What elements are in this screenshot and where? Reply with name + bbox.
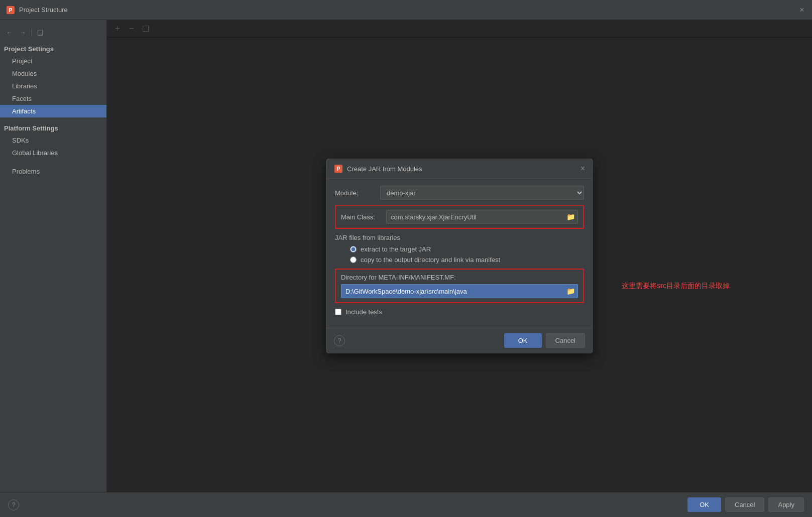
radio-extract-input[interactable] bbox=[350, 246, 357, 252]
cancel-button[interactable]: Cancel bbox=[725, 497, 764, 512]
sidebar-item-artifacts[interactable]: Artifacts bbox=[0, 105, 106, 117]
module-label: Module: bbox=[335, 189, 380, 197]
dir-label: Directory for META-INF/MANIFEST.MF: bbox=[341, 274, 578, 281]
create-jar-dialog: P Create JAR from Modules × Module: demo… bbox=[326, 159, 593, 353]
radio-extract-label: extract to the target JAR bbox=[361, 245, 431, 253]
sidebar-item-libraries[interactable]: Libraries bbox=[0, 80, 106, 92]
include-tests-label: Include tests bbox=[345, 308, 382, 316]
nav-back-button[interactable]: ← bbox=[4, 27, 15, 38]
main-layout: ← → ❑ Project Settings Project Modules L… bbox=[0, 20, 812, 492]
radio-copy-input[interactable] bbox=[350, 256, 357, 263]
dialog-body: Module: demo-xjar Main Class: bbox=[327, 179, 592, 328]
sidebar-item-global-libraries[interactable]: Global Libraries bbox=[0, 147, 106, 159]
module-select[interactable]: demo-xjar bbox=[380, 186, 584, 200]
radio-extract-item: extract to the target JAR bbox=[350, 245, 584, 253]
sidebar-item-modules[interactable]: Modules bbox=[0, 67, 106, 80]
include-tests-row: Include tests bbox=[335, 308, 584, 316]
apply-button[interactable]: Apply bbox=[768, 497, 804, 512]
bottom-actions: OK Cancel Apply bbox=[687, 497, 804, 512]
sidebar: ← → ❑ Project Settings Project Modules L… bbox=[0, 20, 107, 492]
project-settings-header: Project Settings bbox=[0, 42, 106, 55]
nav-forward-button[interactable]: → bbox=[17, 27, 28, 38]
include-tests-checkbox[interactable] bbox=[335, 309, 341, 315]
main-class-input[interactable] bbox=[386, 210, 578, 224]
modal-overlay: P Create JAR from Modules × Module: demo… bbox=[107, 20, 812, 492]
main-class-browse-button[interactable]: 📁 bbox=[564, 212, 577, 222]
dialog-title: Create JAR from Modules bbox=[347, 165, 422, 173]
dir-section: Directory for META-INF/MANIFEST.MF: 📁 bbox=[335, 269, 584, 303]
dialog-footer-actions: OK Cancel bbox=[504, 333, 585, 348]
dir-section-wrapper: Directory for META-INF/MANIFEST.MF: 📁 这里… bbox=[335, 269, 584, 303]
app-icon: P bbox=[6, 6, 15, 15]
radio-copy-item: copy to the output directory and link vi… bbox=[350, 256, 584, 264]
main-class-section: Main Class: 📁 bbox=[335, 205, 584, 229]
jar-files-label: JAR files from libraries bbox=[335, 234, 584, 241]
bottom-help-button[interactable]: ? bbox=[8, 499, 19, 510]
dir-input[interactable] bbox=[341, 284, 578, 298]
problems-section: Problems bbox=[0, 165, 106, 178]
nav-copy-button[interactable]: ❑ bbox=[35, 27, 46, 38]
annotation-text: 这里需要将src目录后面的目录取掉 bbox=[622, 282, 730, 291]
dialog-header: P Create JAR from Modules × bbox=[327, 159, 592, 179]
ok-button[interactable]: OK bbox=[687, 497, 721, 512]
platform-settings-section: Platform Settings SDKs Global Libraries bbox=[0, 121, 106, 159]
radio-copy-label: copy to the output directory and link vi… bbox=[361, 256, 500, 264]
dir-browse-button[interactable]: 📁 bbox=[564, 286, 577, 296]
content-area: + − ❑ Nothing to show P Create JAR from … bbox=[107, 20, 812, 492]
dialog-close-button[interactable]: × bbox=[581, 165, 585, 173]
dialog-cancel-button[interactable]: Cancel bbox=[546, 333, 585, 348]
module-select-wrapper: demo-xjar bbox=[380, 186, 584, 200]
dialog-icon: P bbox=[334, 164, 343, 173]
nav-toolbar: ← → ❑ bbox=[0, 25, 106, 40]
svg-text:P: P bbox=[337, 166, 340, 172]
main-class-row: Main Class: 📁 bbox=[341, 210, 578, 224]
dialog-help-button[interactable]: ? bbox=[334, 335, 345, 346]
sidebar-item-facets[interactable]: Facets bbox=[0, 92, 106, 105]
svg-text:P: P bbox=[9, 8, 13, 13]
dialog-footer: ? OK Cancel bbox=[327, 328, 592, 353]
title-bar: P Project Structure × bbox=[0, 0, 812, 20]
main-class-label: Main Class: bbox=[341, 213, 386, 221]
sidebar-item-project[interactable]: Project bbox=[0, 55, 106, 67]
window-title: Project Structure bbox=[19, 6, 68, 14]
sidebar-item-sdks[interactable]: SDKs bbox=[0, 134, 106, 147]
module-row: Module: demo-xjar bbox=[335, 186, 584, 200]
radio-group: extract to the target JAR copy to the ou… bbox=[335, 245, 584, 264]
window-close-button[interactable]: × bbox=[798, 6, 806, 14]
bottom-bar: ? OK Cancel Apply bbox=[0, 492, 812, 517]
dialog-ok-button[interactable]: OK bbox=[504, 333, 542, 348]
platform-settings-header: Platform Settings bbox=[0, 121, 106, 134]
toolbar-separator bbox=[31, 29, 32, 37]
main-class-input-wrapper: 📁 bbox=[386, 210, 578, 224]
sidebar-item-problems[interactable]: Problems bbox=[0, 165, 106, 178]
dir-input-wrapper: 📁 bbox=[341, 284, 578, 298]
